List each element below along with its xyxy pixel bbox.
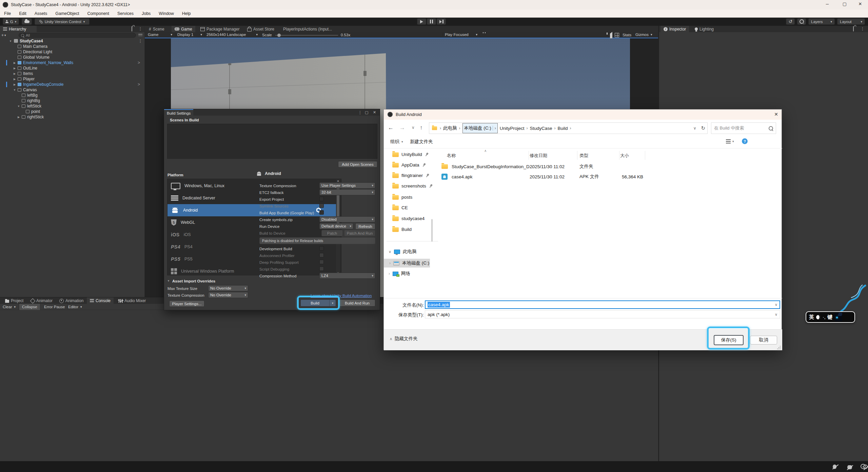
sidebar-item-ce[interactable]: CE (392, 205, 408, 210)
sidebar-item-unitybuild[interactable]: UnityBuild (392, 152, 429, 157)
compression-method-dropdown[interactable]: LZ4▾ (319, 273, 375, 279)
sidebar-item-flingtrainer[interactable]: flingtrainer (392, 173, 429, 178)
sidebar-item-posts[interactable]: posts (392, 195, 412, 200)
organize-button[interactable]: 组织 ▾ (390, 139, 403, 145)
breadcrumb-this-pc[interactable]: 此电脑 (443, 125, 457, 131)
foldout-icon[interactable]: ▼ (167, 279, 170, 282)
debugger-disabled-icon[interactable] (833, 465, 836, 469)
scale-slider-handle[interactable] (277, 34, 281, 37)
new-folder-button[interactable]: 新建文件夹 (410, 139, 433, 145)
window-menu-icon[interactable]: ⋮ (358, 110, 362, 115)
expander-icon[interactable]: ∨ (389, 250, 391, 254)
sidebar-item-local-disk-selected[interactable]: › 本地磁盘 (C:) (384, 259, 430, 268)
sidebar-item-this-pc[interactable]: ∨ 此电脑 (389, 249, 417, 255)
texture-compression-dropdown[interactable]: Use Player Settings▾ (319, 182, 375, 189)
menu-window[interactable]: Window (155, 9, 178, 18)
tab-package-manager[interactable]: Package Manager (197, 26, 242, 32)
version-control-button[interactable]: Unity Version Control ▾ (35, 18, 90, 25)
etc2-fallback-dropdown[interactable]: 32-bit▾ (319, 189, 375, 195)
scale-slider[interactable] (275, 35, 338, 36)
hierarchy-row-outline[interactable]: ▶ OutLine (0, 65, 144, 71)
play-focused-dropdown[interactable]: Play Focused▾ (443, 33, 479, 37)
panel-menu-icon[interactable]: ⋮ (861, 26, 865, 31)
cloud-button[interactable] (22, 18, 32, 25)
preset-icon[interactable] (138, 34, 142, 37)
vsync-grid-icon[interactable] (615, 33, 619, 37)
tab-playerinputactions[interactable]: PlayerInputActions (Input... (280, 26, 335, 32)
gizmos-dropdown[interactable]: Gizmos▾ (635, 33, 652, 37)
hierarchy-row-leftbg[interactable]: leftBg (0, 93, 144, 98)
maximize-button[interactable]: ▢ (840, 1, 850, 6)
menu-component[interactable]: Component (83, 9, 113, 18)
create-symbols-dropdown[interactable]: Disabled▾ (319, 216, 375, 222)
hierarchy-row-environment[interactable]: ▶ Environment_Narrow_Walls > (0, 60, 144, 65)
address-bar[interactable]: › 此电脑 › 本地磁盘 (C:) › UnityProject › Study… (429, 122, 708, 134)
filename-input[interactable]: case4.apk ∨ (425, 300, 780, 309)
breadcrumb-unityproject[interactable]: UnityProject (500, 126, 525, 131)
column-header-name[interactable]: 名称 (447, 153, 456, 159)
tab-lighting[interactable]: Lighting (692, 26, 717, 32)
tab-animator[interactable]: Animator (28, 297, 56, 304)
add-open-scenes-button[interactable]: Add Open Scenes (338, 161, 377, 168)
hierarchy-row-global-volume[interactable]: Global Volume (0, 55, 144, 60)
collapse-button[interactable]: Collapse (19, 304, 40, 310)
tab-asset-store[interactable]: Asset Store (244, 26, 277, 32)
file-row-apk[interactable]: case4.apk 2025/11/30 11:02 APK 文件 56,364… (441, 172, 777, 181)
foldout-icon[interactable]: ▶ (13, 61, 16, 64)
build-and-run-button[interactable]: Build And Run (339, 299, 375, 307)
hierarchy-row-rightstick[interactable]: ▶ rightStick (0, 114, 144, 120)
hierarchy-row-player[interactable]: ▶ Player (0, 76, 144, 82)
tab-inspector[interactable]: i Inspector (660, 26, 689, 32)
minimize-button[interactable]: – (822, 1, 832, 6)
sidebar-item-appdata[interactable]: AppData (392, 162, 426, 168)
view-mode-button[interactable]: ▾ (726, 139, 734, 143)
layers-dropdown[interactable]: Layers▾ (808, 18, 835, 25)
menu-jobs[interactable]: Jobs (138, 9, 155, 18)
foldout-icon[interactable]: ▼ (13, 88, 16, 92)
foldout-icon[interactable]: ▶ (13, 67, 16, 70)
dialog-close-button[interactable]: ✕ (772, 112, 780, 117)
expander-icon[interactable]: › (389, 261, 391, 266)
pause-button[interactable] (427, 18, 436, 25)
filetype-dropdown[interactable]: apk (*.apk) ∨ (425, 310, 780, 318)
hierarchy-search-input[interactable]: All (19, 33, 136, 38)
account-button[interactable]: G ▾ (3, 18, 19, 25)
forward-button[interactable]: → (399, 124, 405, 131)
window-close-icon[interactable]: ✕ (373, 110, 376, 115)
menu-file[interactable]: File (0, 9, 15, 18)
menu-services[interactable]: Services (113, 9, 138, 18)
scenes-in-build-list[interactable] (167, 124, 377, 159)
hierarchy-row-directional-light[interactable]: Directional Light (0, 49, 144, 55)
tab-console[interactable]: Console (87, 297, 114, 304)
column-header-size[interactable]: 大小 (620, 153, 629, 159)
back-button[interactable]: ← (388, 124, 394, 131)
tab-audio-mixer[interactable]: Audio Mixer (116, 297, 149, 304)
help-button[interactable]: ? (742, 138, 748, 144)
lock-icon[interactable] (853, 26, 854, 32)
dialog-titlebar[interactable]: Build Android ✕ (384, 110, 782, 120)
tab-project[interactable]: Project (2, 297, 26, 304)
hierarchy-row-rightbg[interactable]: rightBg (0, 98, 144, 103)
tab-game[interactable]: Game (172, 26, 195, 32)
tab-scene[interactable]: # Scene (146, 26, 167, 32)
build-app-bundle-checkbox[interactable] (319, 210, 324, 215)
foldout-icon[interactable]: ▼ (17, 105, 20, 108)
play-button[interactable] (417, 18, 426, 25)
editor-dropdown[interactable]: Editor ▾ (65, 304, 85, 310)
platform-dedicated-server[interactable]: Dedicated Server (167, 192, 335, 204)
sidebar-item-build[interactable]: Build (392, 227, 412, 232)
undo-history-button[interactable]: ↻ (786, 18, 795, 25)
search-box[interactable]: 在 Build 中搜索 (711, 122, 776, 134)
breadcrumb-build[interactable]: Build (558, 126, 568, 131)
sidebar-scrollbar[interactable] (431, 219, 433, 242)
display-dropdown[interactable]: Display 1▾ (175, 33, 204, 37)
menu-assets[interactable]: Assets (31, 9, 52, 18)
cancel-button[interactable]: 取消 (750, 336, 777, 345)
foldout-icon[interactable]: ▶ (13, 83, 16, 86)
hierarchy-create-button[interactable]: + ▾ (1, 33, 6, 38)
panel-menu-icon[interactable]: ⋮ (138, 26, 142, 31)
breadcrumb-local-disk-highlighted[interactable]: 本地磁盘 (C:) › (462, 123, 498, 133)
cache-disabled-icon[interactable] (847, 465, 852, 469)
sidebar-item-network[interactable]: › 网络 (389, 271, 410, 277)
hierarchy-row-ingamedebugconsole[interactable]: ▶ IngameDebugConsole > (0, 82, 144, 87)
